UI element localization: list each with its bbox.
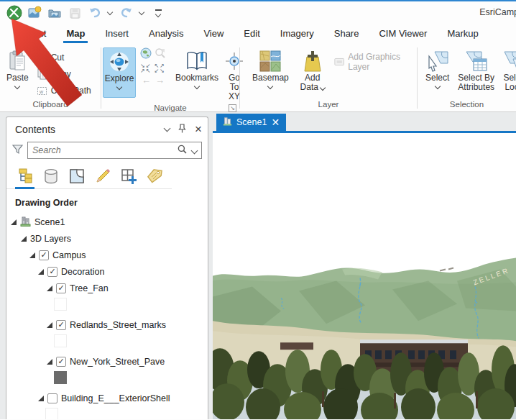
layer-checkbox[interactable] xyxy=(56,357,66,367)
pane-menu-icon[interactable] xyxy=(164,125,171,132)
add-graphics-layer-label: Add Graphics Layer xyxy=(348,52,417,72)
select-icon xyxy=(426,49,449,73)
scene-icon xyxy=(20,216,31,229)
tree-row-building-e-exteriorshell[interactable]: Building_E___ExteriorShell xyxy=(6,390,208,406)
tab-cim-viewer[interactable]: CIM Viewer xyxy=(369,25,437,43)
ribbon-tab-bar: Project Map Insert Analysis View Edit Im… xyxy=(0,24,516,43)
search-options-icon[interactable] xyxy=(191,147,198,154)
undo-icon[interactable] xyxy=(86,4,103,22)
symbol-swatch[interactable] xyxy=(54,334,67,347)
search-icon[interactable] xyxy=(178,144,187,157)
drawing-order-icon[interactable] xyxy=(15,168,34,188)
explore-button[interactable]: Explore xyxy=(103,47,136,98)
symbol-swatch[interactable] xyxy=(54,371,67,384)
tab-project[interactable]: Project xyxy=(7,25,56,43)
filter-icon[interactable] xyxy=(12,144,23,158)
copy-label: Copy xyxy=(51,69,71,79)
symbol-swatch[interactable] xyxy=(54,298,67,311)
select-button[interactable]: Select xyxy=(423,47,451,90)
expand-triangle-icon[interactable] xyxy=(47,322,52,328)
new-project-icon[interactable] xyxy=(26,4,43,22)
redo-dropdown-icon[interactable] xyxy=(139,9,144,15)
expand-triangle-icon[interactable] xyxy=(38,396,44,401)
tab-map[interactable]: Map xyxy=(56,25,95,43)
svg-text:w: w xyxy=(39,88,44,93)
tab-view[interactable]: View xyxy=(193,25,234,43)
undo-dropdown-icon[interactable] xyxy=(107,9,113,15)
prev-next-extent-icons[interactable]: ←→ xyxy=(140,75,169,86)
close-view-icon[interactable]: ✕ xyxy=(271,118,280,127)
select-by-location-button[interactable]: Select Locat xyxy=(501,47,516,93)
fixed-zoom-out-icon[interactable]: ↖↗↙↘ xyxy=(154,63,165,73)
search-input[interactable] xyxy=(32,145,178,155)
layer-label: 3D Layers xyxy=(30,234,71,244)
layer-checkbox[interactable] xyxy=(56,320,66,330)
close-pane-icon[interactable]: × xyxy=(195,124,202,134)
layer-checkbox[interactable] xyxy=(56,283,66,293)
tree-row-decoration[interactable]: Decoration xyxy=(6,263,208,280)
add-data-button[interactable]: Add Data xyxy=(298,47,327,93)
tab-share[interactable]: Share xyxy=(324,25,369,43)
navigate-dialog-launcher-icon[interactable]: ↘ xyxy=(229,104,236,112)
layer-checkbox[interactable] xyxy=(47,393,57,403)
zoom-to-selection-icon[interactable] xyxy=(155,47,166,62)
tree-row-new-york-street-pave[interactable]: New_York_Street_Pave xyxy=(6,353,208,370)
add-graphics-layer-button[interactable]: Add Graphics Layer xyxy=(334,47,417,72)
paste-button[interactable]: Paste xyxy=(4,47,31,90)
tab-analysis[interactable]: Analysis xyxy=(139,25,193,43)
tree-row-tree-fan[interactable]: Tree_Fan xyxy=(6,280,208,296)
cut-button[interactable]: Cut xyxy=(37,50,91,65)
view-tab-bar: Scene1 ✕ xyxy=(213,112,516,131)
explore-dropdown-icon xyxy=(116,84,122,90)
tab-insert[interactable]: Insert xyxy=(95,25,139,43)
scene1-view-tab[interactable]: Scene1 ✕ xyxy=(216,114,286,131)
save-project-icon[interactable] xyxy=(66,4,83,22)
open-project-icon[interactable] xyxy=(46,4,63,22)
customize-toolbar-icon[interactable] xyxy=(149,4,167,22)
data-source-icon[interactable] xyxy=(41,168,60,188)
tab-markup[interactable]: Markup xyxy=(437,25,488,43)
full-extent-globe-icon[interactable] xyxy=(140,47,152,62)
visibility-icon[interactable] xyxy=(67,168,86,188)
select-by-attributes-button[interactable]: Select By Attributes xyxy=(456,47,497,93)
group-clipboard: Paste Cut Copy w Copy Path xyxy=(0,43,101,111)
expand-triangle-icon[interactable] xyxy=(38,269,44,275)
select-dropdown-icon xyxy=(434,83,440,89)
layer-checkbox[interactable] xyxy=(39,250,49,260)
tree-row-scene1[interactable]: Scene1 xyxy=(6,214,208,230)
contents-toolbar xyxy=(6,162,172,189)
contents-pane: Contents × xyxy=(6,117,208,419)
basemap-button[interactable]: Basemap xyxy=(250,47,291,90)
labeling-icon[interactable] xyxy=(144,168,164,188)
tab-imagery[interactable]: Imagery xyxy=(270,25,324,43)
expand-triangle-icon[interactable] xyxy=(11,219,17,225)
basemap-icon xyxy=(259,49,282,73)
copy-path-button[interactable]: w Copy Path xyxy=(37,83,91,98)
main-area: Contents × xyxy=(0,112,516,419)
contents-pane-title: Contents xyxy=(15,124,165,135)
tab-edit[interactable]: Edit xyxy=(234,25,269,43)
copy-path-icon: w xyxy=(37,86,47,96)
layer-checkbox[interactable] xyxy=(47,267,57,277)
fixed-zoom-in-icon[interactable]: ↘↙↗↖ xyxy=(140,63,151,73)
copy-button[interactable]: Copy xyxy=(37,67,91,81)
tree-row-campus[interactable]: Campus xyxy=(6,247,208,263)
bookmarks-icon xyxy=(185,49,208,73)
scene-canvas[interactable]: ZELLER xyxy=(213,133,516,419)
bookmarks-button[interactable]: Bookmarks xyxy=(173,47,221,90)
symbol-swatch[interactable] xyxy=(45,408,58,419)
new-table-icon[interactable] xyxy=(119,168,138,188)
tree-row-3d-layers[interactable]: 3D Layers xyxy=(6,230,208,247)
pin-icon[interactable] xyxy=(178,123,186,136)
expand-triangle-icon[interactable] xyxy=(47,359,52,365)
title-bar: EsriCamp xyxy=(0,1,516,24)
arcgis-pro-logo-icon[interactable] xyxy=(6,4,23,22)
edit-icon[interactable] xyxy=(93,168,112,188)
add-data-icon xyxy=(302,49,323,73)
redo-icon[interactable] xyxy=(118,4,135,22)
expand-triangle-icon[interactable] xyxy=(47,286,52,291)
copy-icon xyxy=(37,68,47,80)
expand-triangle-icon[interactable] xyxy=(29,252,35,258)
expand-triangle-icon[interactable] xyxy=(21,236,27,242)
tree-row-redlands-street-marks[interactable]: Redlands_Street_marks xyxy=(6,316,208,333)
